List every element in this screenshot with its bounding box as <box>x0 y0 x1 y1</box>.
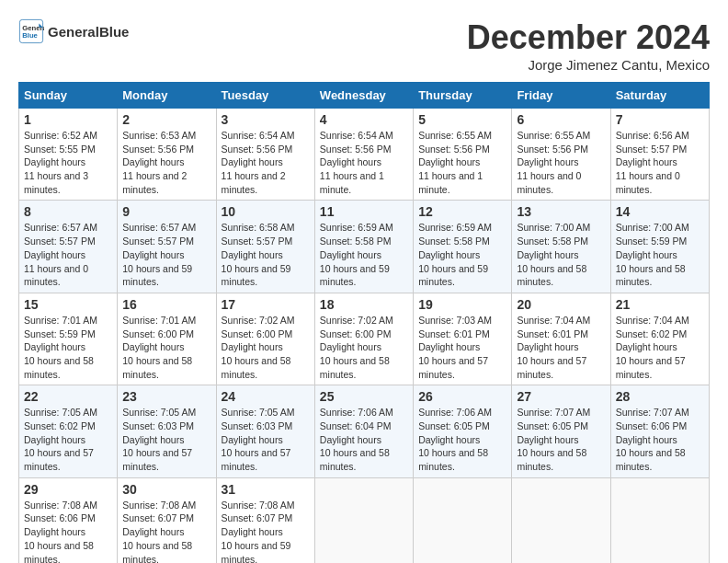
day-number: 3 <box>222 112 310 127</box>
calendar-day-cell: 21 Sunrise: 7:04 AM Sunset: 6:02 PM Dayl… <box>610 293 709 385</box>
svg-text:General: General <box>22 24 44 32</box>
calendar-day-cell: 29 Sunrise: 7:08 AM Sunset: 6:06 PM Dayl… <box>19 477 118 563</box>
calendar-day-cell: 7 Sunrise: 6:56 AM Sunset: 5:57 PM Dayli… <box>610 109 709 201</box>
day-info: Sunrise: 6:55 AM Sunset: 5:56 PM Dayligh… <box>418 129 506 196</box>
day-of-week-header: Wednesday <box>314 83 413 109</box>
calendar-title: December 2024 <box>467 18 710 57</box>
day-info: Sunrise: 6:52 AM Sunset: 5:55 PM Dayligh… <box>24 129 112 196</box>
day-info: Sunrise: 7:01 AM Sunset: 6:00 PM Dayligh… <box>122 314 210 381</box>
day-number: 12 <box>418 204 506 219</box>
day-info: Sunrise: 7:02 AM Sunset: 6:00 PM Dayligh… <box>222 314 310 381</box>
day-number: 8 <box>24 204 112 219</box>
calendar-day-cell: 6 Sunrise: 6:55 AM Sunset: 5:56 PM Dayli… <box>512 109 610 201</box>
calendar-day-cell: 25 Sunrise: 7:06 AM Sunset: 6:04 PM Dayl… <box>314 385 413 477</box>
day-number: 29 <box>24 482 112 497</box>
day-info: Sunrise: 7:07 AM Sunset: 6:05 PM Dayligh… <box>517 406 605 473</box>
day-info: Sunrise: 7:00 AM Sunset: 5:58 PM Dayligh… <box>517 221 605 288</box>
page-header: General Blue GeneralBlue December 2024 J… <box>18 18 710 73</box>
day-of-week-header: Saturday <box>610 83 709 109</box>
calendar-day-cell: 12 Sunrise: 6:59 AM Sunset: 5:58 PM Dayl… <box>414 201 512 293</box>
svg-text:Blue: Blue <box>22 31 38 40</box>
title-area: December 2024 Jorge Jimenez Cantu, Mexic… <box>467 18 710 73</box>
calendar-day-cell: 2 Sunrise: 6:53 AM Sunset: 5:56 PM Dayli… <box>118 109 216 201</box>
day-number: 27 <box>517 389 605 404</box>
calendar-day-cell: 9 Sunrise: 6:57 AM Sunset: 5:57 PM Dayli… <box>118 201 216 293</box>
day-number: 30 <box>122 482 210 497</box>
day-number: 28 <box>616 389 704 404</box>
day-info: Sunrise: 7:06 AM Sunset: 6:04 PM Dayligh… <box>320 406 408 473</box>
day-info: Sunrise: 7:01 AM Sunset: 5:59 PM Dayligh… <box>24 314 112 381</box>
day-info: Sunrise: 7:03 AM Sunset: 6:01 PM Dayligh… <box>418 314 506 381</box>
calendar-week-row: 22 Sunrise: 7:05 AM Sunset: 6:02 PM Dayl… <box>19 385 710 477</box>
calendar-day-cell: 17 Sunrise: 7:02 AM Sunset: 6:00 PM Dayl… <box>216 293 314 385</box>
day-info: Sunrise: 6:55 AM Sunset: 5:56 PM Dayligh… <box>517 129 605 196</box>
day-number: 6 <box>517 112 605 127</box>
logo-text: GeneralBlue <box>48 24 129 40</box>
day-of-week-header: Sunday <box>19 83 118 109</box>
day-number: 26 <box>418 389 506 404</box>
day-number: 23 <box>122 389 210 404</box>
calendar-day-cell: 24 Sunrise: 7:05 AM Sunset: 6:03 PM Dayl… <box>216 385 314 477</box>
day-number: 5 <box>418 112 506 127</box>
calendar-day-cell: 28 Sunrise: 7:07 AM Sunset: 6:06 PM Dayl… <box>610 385 709 477</box>
day-info: Sunrise: 6:59 AM Sunset: 5:58 PM Dayligh… <box>418 221 506 288</box>
day-info: Sunrise: 7:02 AM Sunset: 6:00 PM Dayligh… <box>320 314 408 381</box>
day-info: Sunrise: 6:57 AM Sunset: 5:57 PM Dayligh… <box>24 221 112 288</box>
day-of-week-header: Thursday <box>414 83 512 109</box>
day-info: Sunrise: 6:56 AM Sunset: 5:57 PM Dayligh… <box>616 129 704 196</box>
day-info: Sunrise: 7:04 AM Sunset: 6:01 PM Dayligh… <box>517 314 605 381</box>
day-number: 21 <box>616 297 704 312</box>
day-info: Sunrise: 7:00 AM Sunset: 5:59 PM Dayligh… <box>616 221 704 288</box>
day-of-week-header: Monday <box>118 83 216 109</box>
calendar-day-cell: 3 Sunrise: 6:54 AM Sunset: 5:56 PM Dayli… <box>216 109 314 201</box>
day-number: 24 <box>222 389 310 404</box>
calendar-day-cell: 30 Sunrise: 7:08 AM Sunset: 6:07 PM Dayl… <box>118 477 216 563</box>
day-number: 2 <box>122 112 210 127</box>
day-info: Sunrise: 7:04 AM Sunset: 6:02 PM Dayligh… <box>616 314 704 381</box>
day-number: 14 <box>616 204 704 219</box>
day-info: Sunrise: 7:07 AM Sunset: 6:06 PM Dayligh… <box>616 406 704 473</box>
day-info: Sunrise: 7:05 AM Sunset: 6:03 PM Dayligh… <box>222 406 310 473</box>
calendar-day-cell <box>314 477 413 563</box>
calendar-week-row: 8 Sunrise: 6:57 AM Sunset: 5:57 PM Dayli… <box>19 201 710 293</box>
calendar-day-cell: 16 Sunrise: 7:01 AM Sunset: 6:00 PM Dayl… <box>118 293 216 385</box>
calendar-table: SundayMondayTuesdayWednesdayThursdayFrid… <box>18 82 710 563</box>
day-number: 9 <box>122 204 210 219</box>
calendar-day-cell <box>512 477 610 563</box>
calendar-day-cell: 13 Sunrise: 7:00 AM Sunset: 5:58 PM Dayl… <box>512 201 610 293</box>
calendar-day-cell: 20 Sunrise: 7:04 AM Sunset: 6:01 PM Dayl… <box>512 293 610 385</box>
day-number: 17 <box>222 297 310 312</box>
day-info: Sunrise: 7:05 AM Sunset: 6:02 PM Dayligh… <box>24 406 112 473</box>
day-info: Sunrise: 7:08 AM Sunset: 6:07 PM Dayligh… <box>122 499 210 563</box>
calendar-day-cell: 22 Sunrise: 7:05 AM Sunset: 6:02 PM Dayl… <box>19 385 118 477</box>
day-number: 7 <box>616 112 704 127</box>
day-number: 22 <box>24 389 112 404</box>
day-number: 13 <box>517 204 605 219</box>
calendar-week-row: 29 Sunrise: 7:08 AM Sunset: 6:06 PM Dayl… <box>19 477 710 563</box>
calendar-day-cell: 18 Sunrise: 7:02 AM Sunset: 6:00 PM Dayl… <box>314 293 413 385</box>
day-of-week-header: Friday <box>512 83 610 109</box>
calendar-day-cell: 27 Sunrise: 7:07 AM Sunset: 6:05 PM Dayl… <box>512 385 610 477</box>
calendar-day-cell: 26 Sunrise: 7:06 AM Sunset: 6:05 PM Dayl… <box>414 385 512 477</box>
day-number: 18 <box>320 297 408 312</box>
day-info: Sunrise: 6:53 AM Sunset: 5:56 PM Dayligh… <box>122 129 210 196</box>
calendar-day-cell: 11 Sunrise: 6:59 AM Sunset: 5:58 PM Dayl… <box>314 201 413 293</box>
calendar-header-row: SundayMondayTuesdayWednesdayThursdayFrid… <box>19 83 710 109</box>
calendar-week-row: 1 Sunrise: 6:52 AM Sunset: 5:55 PM Dayli… <box>19 109 710 201</box>
logo: General Blue GeneralBlue <box>18 18 129 44</box>
calendar-day-cell <box>610 477 709 563</box>
calendar-day-cell: 1 Sunrise: 6:52 AM Sunset: 5:55 PM Dayli… <box>19 109 118 201</box>
day-info: Sunrise: 6:54 AM Sunset: 5:56 PM Dayligh… <box>222 129 310 196</box>
day-info: Sunrise: 6:54 AM Sunset: 5:56 PM Dayligh… <box>320 129 408 196</box>
day-info: Sunrise: 6:57 AM Sunset: 5:57 PM Dayligh… <box>122 221 210 288</box>
day-number: 15 <box>24 297 112 312</box>
calendar-day-cell: 5 Sunrise: 6:55 AM Sunset: 5:56 PM Dayli… <box>414 109 512 201</box>
day-number: 16 <box>122 297 210 312</box>
day-info: Sunrise: 7:05 AM Sunset: 6:03 PM Dayligh… <box>122 406 210 473</box>
day-info: Sunrise: 6:58 AM Sunset: 5:57 PM Dayligh… <box>222 221 310 288</box>
calendar-subtitle: Jorge Jimenez Cantu, Mexico <box>467 57 710 73</box>
calendar-body: 1 Sunrise: 6:52 AM Sunset: 5:55 PM Dayli… <box>19 109 710 564</box>
day-info: Sunrise: 6:59 AM Sunset: 5:58 PM Dayligh… <box>320 221 408 288</box>
day-number: 11 <box>320 204 408 219</box>
calendar-day-cell <box>414 477 512 563</box>
